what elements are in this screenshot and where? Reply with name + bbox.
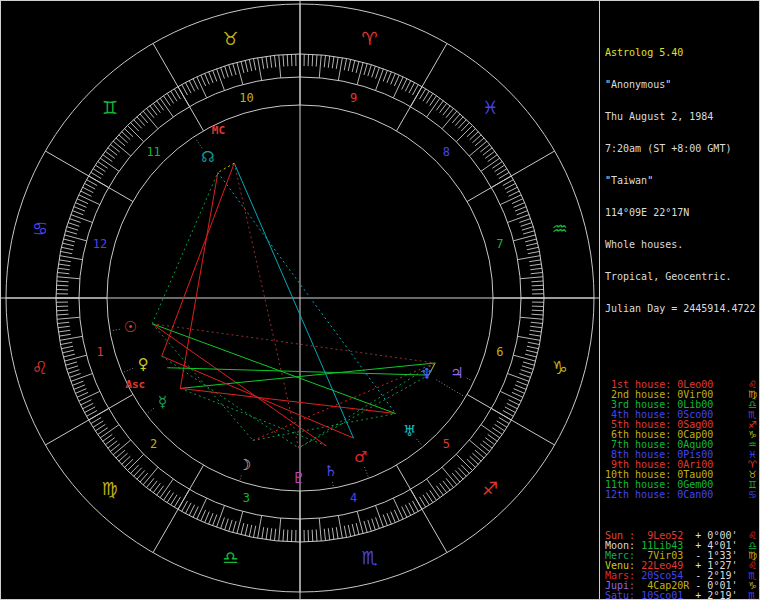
moon-pointer bbox=[240, 476, 241, 480]
leo-sign-glyph: ♌ bbox=[32, 357, 48, 378]
jupiter-glyph: ♃ bbox=[450, 364, 463, 382]
chart-date: Thu August 2, 1984 bbox=[605, 112, 757, 122]
app-title: Astrolog 5.40 bbox=[605, 48, 757, 58]
house-cusp-text: 12th house: 0Can00 bbox=[605, 490, 713, 500]
cusp-sign-glyph: ♋ bbox=[748, 490, 757, 500]
scorpio-sign-glyph: ♏ bbox=[362, 547, 378, 568]
chart-coordinates: 114°09E 22°17N bbox=[605, 208, 757, 218]
asc-label: Asc bbox=[125, 378, 145, 391]
jupiter-pointer bbox=[467, 378, 472, 381]
mars-pointer bbox=[365, 467, 369, 476]
aspect-sun-jupiter bbox=[152, 324, 435, 363]
mars-glyph: ♂ bbox=[354, 448, 367, 466]
house-number-10: 10 bbox=[239, 91, 253, 105]
planet-position: 10Sco01 bbox=[641, 591, 689, 600]
planet-sign-glyph: ♏ bbox=[748, 591, 757, 600]
sun-pointer bbox=[112, 329, 120, 330]
venus-pointer bbox=[124, 368, 133, 372]
house-number-12: 12 bbox=[93, 237, 107, 251]
sidebar: Astrolog 5.40 "Anonymous" Thu August 2, … bbox=[601, 1, 759, 599]
uranus-pointer bbox=[417, 439, 422, 445]
house-number-11: 11 bbox=[146, 145, 160, 159]
aspect-asc-neptune bbox=[167, 368, 428, 375]
libra-sign-glyph: ♎ bbox=[222, 547, 238, 568]
pluto-glyph: ♇ bbox=[292, 469, 305, 487]
taurus-sign-glyph: ♉ bbox=[222, 28, 238, 49]
virgo-sign-glyph: ♍ bbox=[102, 478, 118, 499]
planet-latitude: + 2°19' bbox=[689, 591, 737, 600]
node-pointer bbox=[195, 138, 202, 148]
house-number-3: 3 bbox=[243, 491, 250, 505]
cancer-sign-glyph: ♋ bbox=[32, 218, 48, 239]
planet-list: Sun : 9Leo52 + 0°00'♌Moon: 11Lib43 + 4°0… bbox=[605, 531, 757, 600]
aspect-sun-node bbox=[152, 172, 218, 323]
house-number-4: 4 bbox=[350, 491, 357, 505]
aspect-moon-uranus bbox=[253, 414, 396, 441]
pisces-sign-glyph: ♓ bbox=[482, 97, 498, 118]
aspect-mc-venus bbox=[162, 163, 235, 356]
venus-glyph: ♀ bbox=[138, 355, 149, 373]
house-number-8: 8 bbox=[443, 145, 450, 159]
mercury-glyph: ☿ bbox=[158, 393, 167, 411]
sagittarius-sign-glyph: ♐ bbox=[482, 478, 498, 499]
sun-glyph: ☉ bbox=[124, 318, 137, 336]
saturn-pointer bbox=[333, 482, 334, 486]
chart-wheel-panel: ♈♉♊♋♌♍♎♏♐♑♒♓123456789101112☉☽☿♀♂♃♄♅♆♇☊As… bbox=[1, 1, 600, 599]
house-number-2: 2 bbox=[150, 437, 157, 451]
house-number-1: 1 bbox=[96, 345, 103, 359]
house-number-5: 5 bbox=[443, 437, 450, 451]
zodiac-system-label: Tropical, Geocentric. bbox=[605, 272, 757, 282]
julian-day-label: Julian Day = 2445914.4722 bbox=[605, 304, 757, 314]
node-glyph: ☊ bbox=[201, 148, 214, 166]
aspect-mc-pluto bbox=[234, 163, 298, 448]
house-system-label: Whole houses. bbox=[605, 240, 757, 250]
mc-label: MC bbox=[212, 124, 225, 137]
aries-sign-glyph: ♈ bbox=[362, 28, 378, 49]
saturn-glyph: ♄ bbox=[324, 462, 337, 480]
chart-name: "Anonymous" bbox=[605, 80, 757, 90]
house-number-7: 7 bbox=[496, 237, 503, 251]
chart-time: 7:20am (ST +8:00 GMT) bbox=[605, 144, 757, 154]
wheel-svg: ♈♉♊♋♌♍♎♏♐♑♒♓123456789101112☉☽☿♀♂♃♄♅♆♇☊As… bbox=[1, 1, 599, 599]
header-block: Astrolog 5.40 "Anonymous" Thu August 2, … bbox=[605, 26, 757, 336]
house-cusp-list: 1st house: 0Leo00♌ 2nd house: 0Vir00♍ 3r… bbox=[605, 380, 757, 500]
house-cusp-row: 12th house: 0Can00♋ bbox=[605, 490, 757, 500]
gemini-sign-glyph: ♊ bbox=[102, 97, 118, 118]
neptune-glyph: ♆ bbox=[420, 365, 433, 383]
aspect-lines bbox=[152, 163, 435, 448]
aspect-mercury-jupiter bbox=[180, 363, 435, 388]
planet-row: Satu: 10Sco01 + 2°19'♏ bbox=[605, 591, 757, 600]
house-number-9: 9 bbox=[350, 91, 357, 105]
uranus-glyph: ♅ bbox=[403, 422, 416, 440]
moon-glyph: ☽ bbox=[238, 456, 251, 474]
house-number-6: 6 bbox=[496, 345, 503, 359]
capricorn-sign-glyph: ♑ bbox=[552, 357, 568, 378]
aquarius-sign-glyph: ♒ bbox=[552, 218, 568, 239]
chart-place: "Taiwan" bbox=[605, 176, 757, 186]
mercury-pointer bbox=[148, 408, 154, 413]
planet-name: Satu: bbox=[605, 591, 641, 600]
astrolog-window: ♈♉♊♋♌♍♎♏♐♑♒♓123456789101112☉☽☿♀♂♃♄♅♆♇☊As… bbox=[0, 0, 760, 600]
